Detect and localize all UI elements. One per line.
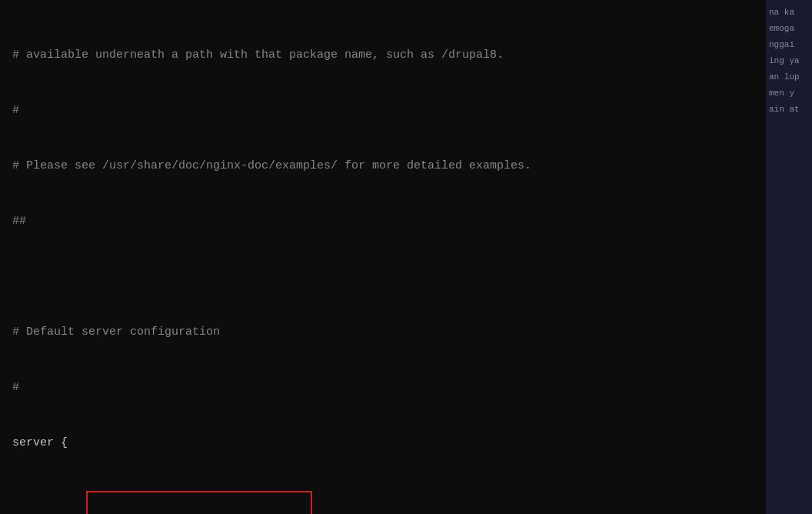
code-editor: # available underneath a path with that … — [0, 0, 766, 514]
line-8: server { — [12, 434, 754, 452]
line-3: # Please see /usr/share/doc/nginx-doc/ex… — [12, 157, 754, 175]
line-1: # available underneath a path with that … — [12, 46, 754, 65]
sidebar-item-1: na ka — [769, 6, 809, 19]
line-6: # Default server configuration — [12, 323, 754, 342]
line-7: # — [12, 379, 754, 397]
sidebar: na ka emoga nggai ing ya an lup men y ai… — [766, 0, 812, 514]
line-5 — [12, 268, 754, 286]
sidebar-item-5: an lup — [769, 71, 809, 84]
sidebar-item-3: nggai — [769, 38, 809, 52]
sidebar-item-4: ing ya — [769, 55, 809, 68]
code-content: # available underneath a path with that … — [0, 6, 766, 514]
line-2: # — [12, 102, 754, 120]
line-4: ## — [12, 212, 754, 231]
sidebar-item-2: emoga — [769, 22, 809, 35]
sidebar-item-6: men y — [769, 87, 809, 100]
sidebar-item-7: ain at — [769, 103, 809, 116]
highlighted-listen-block: listen 80 default_server; listen [::]:80… — [86, 491, 312, 514]
